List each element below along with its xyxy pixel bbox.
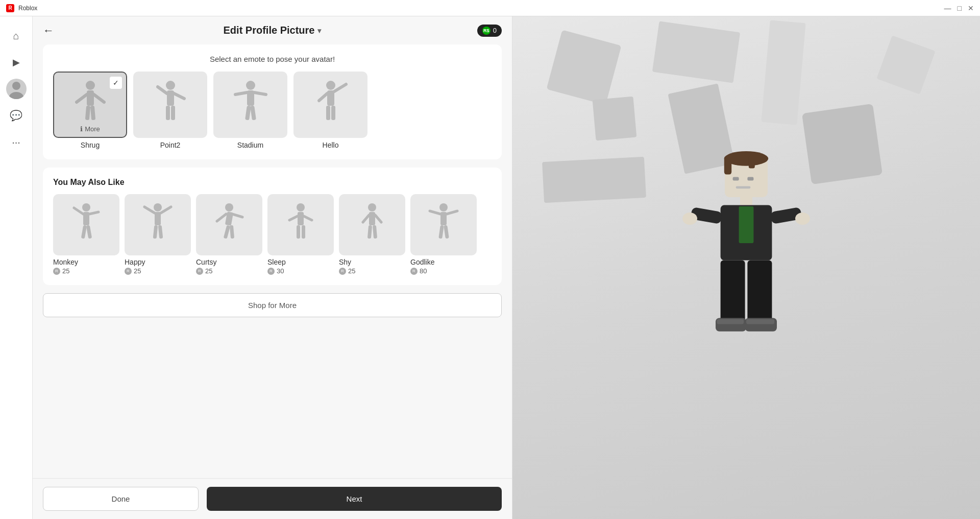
- svg-rect-51: [369, 212, 375, 225]
- recommend-price-happy: R 25: [125, 267, 141, 275]
- price-value-happy: 25: [134, 267, 141, 275]
- svg-line-17: [254, 92, 266, 95]
- emote-thumbnail-hello[interactable]: [293, 72, 368, 138]
- emote-label-hello: Hello: [323, 141, 339, 149]
- svg-rect-65: [749, 156, 755, 169]
- recommend-item-godlike[interactable]: Godlike R 80: [410, 194, 477, 275]
- robux-amount: 0: [493, 27, 497, 34]
- svg-point-44: [297, 203, 305, 211]
- svg-point-50: [368, 203, 376, 211]
- cube-2: [593, 97, 637, 141]
- svg-point-38: [225, 203, 233, 211]
- emote-item-shrug[interactable]: ✓ ℹ More Shrug: [53, 72, 127, 149]
- preview-panel: [512, 16, 980, 519]
- recommend-item-shy[interactable]: Shy R 25: [339, 194, 405, 275]
- sidebar-item-home[interactable]: ⌂: [5, 25, 28, 47]
- emote-thumbnail-stadium[interactable]: [213, 72, 287, 138]
- recommend-thumbnail-shy[interactable]: [339, 194, 405, 255]
- svg-rect-33: [155, 212, 161, 225]
- title-dropdown-icon[interactable]: ▾: [317, 27, 321, 35]
- sidebar-item-chat[interactable]: 💬: [5, 104, 28, 127]
- svg-rect-71: [739, 206, 754, 243]
- minimize-btn[interactable]: —: [944, 4, 951, 12]
- recommend-item-curtsy[interactable]: Curtsy R 25: [196, 194, 262, 275]
- emote-item-stadium[interactable]: Stadium: [213, 72, 287, 149]
- recommend-grid: Monkey R 25: [53, 194, 492, 275]
- cube-8: [542, 157, 646, 203]
- title-bar: R Roblox — □ ✕: [0, 0, 980, 16]
- svg-rect-60: [438, 225, 444, 239]
- window-controls[interactable]: — □ ✕: [944, 4, 974, 12]
- avatar-svg: [665, 145, 828, 390]
- svg-rect-69: [740, 197, 752, 205]
- recommend-item-sleep[interactable]: Sleep R 30: [267, 194, 334, 275]
- recommend-price-godlike: R 80: [410, 267, 427, 275]
- svg-point-56: [439, 203, 448, 211]
- emote-thumbnail-shrug[interactable]: ✓ ℹ More: [53, 72, 127, 138]
- play-icon: ▶: [13, 57, 20, 68]
- svg-line-22: [319, 93, 327, 101]
- recommend-thumbnail-monkey[interactable]: [53, 194, 119, 255]
- svg-line-46: [289, 216, 298, 220]
- recommend-thumbnail-happy[interactable]: [125, 194, 191, 255]
- emote-section: Select an emote to pose your avatar!: [43, 44, 502, 159]
- panel-scroll: Select an emote to pose your avatar!: [33, 44, 512, 478]
- godlike-pose-icon: [427, 202, 460, 248]
- emote-label-shrug: Shrug: [81, 141, 100, 149]
- monkey-pose-icon: [70, 202, 103, 248]
- svg-rect-54: [367, 225, 372, 239]
- app-title: Roblox: [18, 5, 37, 12]
- svg-rect-80: [717, 319, 744, 324]
- emote-selected-check: ✓: [110, 77, 122, 89]
- info-icon: ℹ: [80, 125, 83, 133]
- robux-price-icon4: R: [267, 268, 275, 275]
- svg-line-5: [94, 95, 104, 102]
- svg-line-41: [232, 214, 242, 217]
- maximize-btn[interactable]: □: [958, 4, 962, 12]
- svg-rect-36: [153, 225, 158, 239]
- emote-item-point2[interactable]: Point2: [133, 72, 207, 149]
- svg-rect-76: [721, 261, 745, 322]
- svg-line-10: [158, 87, 167, 93]
- sleep-pose-icon: [284, 202, 317, 248]
- robux-price-icon6: R: [410, 268, 418, 275]
- back-button[interactable]: ←: [43, 24, 54, 37]
- svg-line-35: [161, 207, 171, 213]
- svg-rect-68: [736, 186, 751, 188]
- panel-header: ← Edit Profile Picture ▾ R$ 0: [33, 16, 512, 44]
- sidebar-item-more[interactable]: ···: [5, 131, 28, 153]
- recommend-thumbnail-godlike[interactable]: [410, 194, 477, 255]
- robux-icon: R$: [482, 27, 491, 35]
- emote-item-hello[interactable]: Hello: [293, 72, 368, 149]
- hello-pose-icon: [313, 79, 349, 130]
- next-button[interactable]: Next: [207, 487, 502, 511]
- recommend-thumbnail-curtsy[interactable]: [196, 194, 262, 255]
- robux-price-icon2: R: [125, 268, 132, 275]
- recommend-price-curtsy: R 25: [196, 267, 212, 275]
- recommend-price-sleep: R 30: [267, 267, 284, 275]
- svg-rect-6: [85, 106, 90, 121]
- sidebar-item-avatar[interactable]: [5, 78, 28, 100]
- shop-for-more-button[interactable]: Shop for More: [43, 293, 502, 317]
- emote-thumbnail-point2[interactable]: [133, 72, 207, 138]
- recommend-item-monkey[interactable]: Monkey R 25: [53, 194, 119, 275]
- app-icon: R: [6, 4, 14, 12]
- recommend-item-happy[interactable]: Happy R 25: [125, 194, 191, 275]
- svg-rect-42: [223, 225, 230, 239]
- price-value-curtsy: 25: [205, 267, 212, 275]
- recommend-label-sleep: Sleep: [267, 258, 286, 266]
- sidebar-item-play[interactable]: ▶: [5, 51, 28, 74]
- emote-subtitle: Select an emote to pose your avatar!: [53, 55, 492, 63]
- svg-rect-13: [171, 106, 175, 120]
- recommend-thumbnail-sleep[interactable]: [267, 194, 334, 255]
- app-body: ⌂ ▶ 💬 ··· ← Edit Profile Picture: [0, 16, 980, 519]
- recommend-label-monkey: Monkey: [53, 258, 78, 266]
- curtsy-pose-icon: [213, 202, 246, 248]
- done-button[interactable]: Done: [43, 487, 199, 511]
- robux-badge: R$ 0: [477, 25, 502, 37]
- svg-rect-66: [733, 177, 739, 180]
- close-btn[interactable]: ✕: [968, 4, 974, 12]
- svg-line-40: [217, 214, 226, 221]
- svg-rect-49: [302, 225, 305, 239]
- price-value-shy: 25: [348, 267, 355, 275]
